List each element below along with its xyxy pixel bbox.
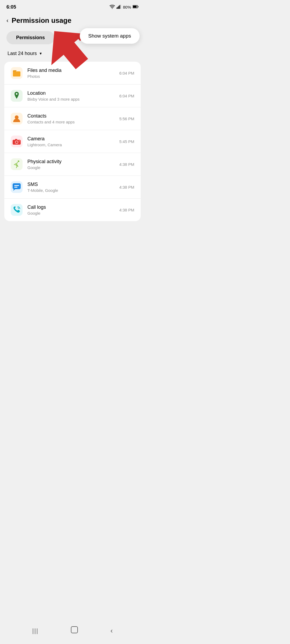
activity-icon — [11, 158, 23, 170]
location-icon — [11, 90, 23, 102]
svg-point-0 — [112, 8, 113, 9]
svg-rect-23 — [14, 187, 17, 188]
svg-rect-5 — [120, 5, 121, 9]
svg-point-19 — [19, 140, 20, 141]
camera-title: Camera — [27, 136, 119, 142]
svg-rect-12 — [13, 71, 16, 76]
contacts-icon — [11, 113, 23, 125]
location-subtitle: Bixby Voice and 3 more apps — [27, 97, 119, 101]
call-logs-time: 4:38 PM — [119, 208, 134, 212]
list-item[interactable]: Files and media Photos 6:04 PM — [4, 62, 141, 85]
contacts-title: Contacts — [27, 113, 119, 119]
sms-subtitle: T-Mobile, Google — [27, 188, 119, 193]
files-media-text: Files and media Photos — [27, 68, 119, 79]
wifi-icon — [110, 5, 115, 10]
list-item[interactable]: Camera Lightroom, Camera 5:45 PM — [4, 130, 141, 153]
svg-rect-18 — [15, 139, 17, 140]
svg-rect-21 — [13, 183, 21, 189]
list-item[interactable]: Physical activity Google 4:38 PM — [4, 153, 141, 176]
activity-text: Physical activity Google — [27, 159, 119, 170]
list-item[interactable]: Contacts Contacts and 4 more apps 5:56 P… — [4, 107, 141, 130]
svg-rect-3 — [118, 6, 119, 9]
sms-icon — [11, 181, 23, 193]
camera-time: 5:45 PM — [119, 139, 134, 144]
dropdown-arrow-icon: ▼ — [39, 52, 42, 56]
battery-icon — [133, 5, 139, 9]
location-title: Location — [27, 90, 119, 96]
svg-point-13 — [16, 93, 17, 95]
camera-text: Camera Lightroom, Camera — [27, 136, 119, 147]
contacts-text: Contacts Contacts and 4 more apps — [27, 113, 119, 124]
list-item[interactable]: Call logs Google 4:38 PM — [4, 199, 141, 221]
list-item[interactable]: Location Bixby Voice and 3 more apps 6:0… — [4, 85, 141, 107]
svg-point-14 — [15, 115, 19, 119]
time-filter[interactable]: Last 24 hours ▼ — [0, 46, 145, 61]
battery-text: 80% — [123, 5, 131, 9]
status-time: 6:05 — [6, 4, 16, 10]
call-logs-icon — [11, 204, 23, 216]
contacts-subtitle: Contacts and 4 more apps — [27, 120, 119, 124]
svg-rect-22 — [14, 185, 19, 186]
permissions-list: Files and media Photos 6:04 PM Location … — [4, 62, 141, 221]
header: ‹ Permission usage Show system apps — [0, 12, 145, 29]
files-media-subtitle: Photos — [27, 74, 119, 79]
tab-permissions[interactable]: Permissions — [6, 31, 55, 44]
list-item[interactable]: SMS T-Mobile, Google 4:38 PM — [4, 176, 141, 199]
contacts-time: 5:56 PM — [119, 116, 134, 121]
files-media-title: Files and media — [27, 68, 119, 73]
call-logs-subtitle: Google — [27, 211, 119, 215]
camera-icon — [11, 136, 23, 147]
files-media-icon — [11, 67, 23, 79]
back-button[interactable]: ‹ — [6, 17, 8, 24]
camera-subtitle: Lightroom, Camera — [27, 142, 119, 147]
signal-icon — [117, 5, 121, 10]
call-logs-title: Call logs — [27, 204, 119, 210]
show-system-apps-button[interactable]: Show system apps — [80, 28, 140, 44]
status-icons: 80% — [110, 5, 139, 10]
svg-rect-4 — [119, 5, 120, 9]
svg-rect-2 — [118, 7, 118, 9]
activity-time: 4:38 PM — [119, 162, 134, 167]
svg-rect-7 — [138, 6, 139, 7]
status-bar: 6:05 80% — [0, 0, 145, 12]
activity-subtitle: Google — [27, 165, 119, 170]
time-filter-label: Last 24 hours — [8, 51, 37, 56]
page-title: Permission usage — [12, 16, 71, 25]
location-text: Location Bixby Voice and 3 more apps — [27, 90, 119, 101]
files-media-time: 6:04 PM — [119, 71, 134, 75]
svg-point-17 — [16, 141, 18, 143]
sms-title: SMS — [27, 182, 119, 187]
sms-text: SMS T-Mobile, Google — [27, 182, 119, 193]
svg-point-20 — [18, 160, 19, 162]
activity-title: Physical activity — [27, 159, 119, 164]
svg-rect-1 — [117, 8, 117, 9]
call-logs-text: Call logs Google — [27, 204, 119, 215]
svg-rect-8 — [133, 6, 137, 8]
location-time: 6:04 PM — [119, 94, 134, 98]
sms-time: 4:38 PM — [119, 185, 134, 189]
